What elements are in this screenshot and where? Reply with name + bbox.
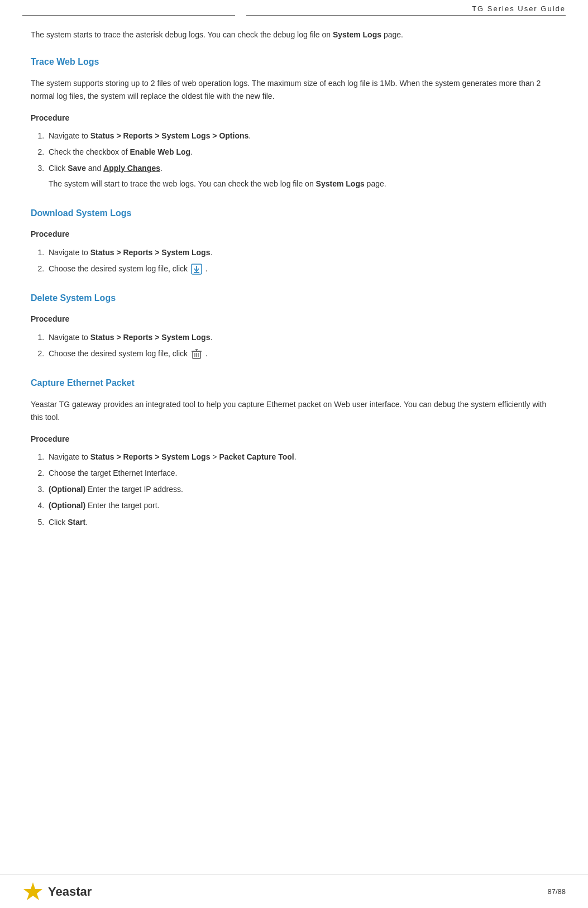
trace-web-logs-steps: Navigate to Status > Reports > System Lo… (46, 130, 557, 190)
sub-bold: System Logs (316, 179, 365, 188)
svg-marker-10 (23, 882, 42, 900)
step-text: Navigate to (49, 333, 90, 342)
step-and: and (86, 164, 103, 173)
section-download-system-logs: Download System Logs Procedure Navigate … (31, 206, 557, 275)
header-rule-left (22, 15, 235, 16)
step-nav-bold: Status > Reports > System Logs (90, 248, 211, 257)
intro-paragraph: The system starts to trace the asterisk … (31, 28, 557, 41)
step-nav-bold: Status > Reports > System Logs > Options (90, 131, 249, 140)
capture-ethernet-steps: Navigate to Status > Reports > System Lo… (46, 451, 557, 528)
section-trace-web-logs: Trace Web Logs The system supports stori… (31, 55, 557, 190)
list-item: Navigate to Status > Reports > System Lo… (46, 451, 557, 463)
footer-logo-text: Yeastar (48, 885, 92, 899)
intro-bold-system-logs: System Logs (333, 30, 381, 39)
step-text: Click (49, 164, 68, 173)
step-period: . (210, 248, 212, 257)
step-text: Check the checkbox of (49, 147, 130, 156)
trash-icon (191, 348, 202, 360)
heading-trace-web-logs: Trace Web Logs (31, 55, 557, 69)
list-item: Navigate to Status > Reports > System Lo… (46, 130, 557, 142)
main-content: The system starts to trace the asterisk … (0, 17, 588, 589)
trace-web-logs-description: The system supports storing up to 2 file… (31, 77, 557, 103)
step-text: Choose the desired system log file, clic… (49, 264, 190, 273)
heading-download-system-logs: Download System Logs (31, 206, 557, 221)
step-text: Enter the target IP address. (85, 485, 183, 494)
step-bold-start: Start (68, 518, 85, 527)
list-item: Check the checkbox of Enable Web Log. (46, 146, 557, 159)
header-rule-middle (246, 15, 566, 16)
yeastar-logo-icon (22, 881, 44, 902)
step-bold-packet: Packet Capture Tool (219, 452, 294, 461)
step-text: Navigate to (49, 131, 90, 140)
step-text: Click (49, 518, 68, 527)
heading-delete-system-logs: Delete System Logs (31, 291, 557, 305)
list-item: Choose the desired system log file, clic… (46, 262, 557, 275)
step-bold: Enable Web Log (130, 147, 191, 156)
list-item: Navigate to Status > Reports > System Lo… (46, 331, 557, 344)
header: TG Series User Guide (0, 0, 588, 13)
download-logs-steps: Navigate to Status > Reports > System Lo… (46, 246, 557, 275)
step-text: Navigate to (49, 248, 90, 257)
intro-text-after: page. (381, 30, 403, 39)
step-period: . (160, 164, 162, 173)
header-title: TG Series User Guide (472, 4, 566, 13)
step-text-after: . (190, 147, 193, 156)
sub-text-after: page. (365, 179, 386, 188)
list-item: Choose the desired system log file, clic… (46, 347, 557, 360)
step-bold-apply: Apply Changes (103, 164, 160, 173)
capture-ethernet-description: Yeastar TG gateway provides an integrate… (31, 398, 557, 424)
list-item: Click Start. (46, 516, 557, 529)
procedure-label-4: Procedure (31, 433, 557, 445)
step-text-after: . (248, 131, 251, 140)
step-text-after: . (205, 349, 208, 358)
footer-page-number: 87/88 (547, 887, 566, 896)
step-text: Enter the target port. (85, 501, 159, 510)
step-text-after: . (205, 264, 208, 273)
sub-text-before: The system will start to trace the web l… (49, 179, 316, 188)
list-item: (Optional) Enter the target IP address. (46, 483, 557, 496)
section-delete-system-logs: Delete System Logs Procedure Navigate to… (31, 291, 557, 360)
step-text: Choose the desired system log file, clic… (49, 349, 190, 358)
footer: Yeastar 87/88 (0, 874, 588, 908)
heading-capture-ethernet-packet: Capture Ethernet Packet (31, 376, 557, 390)
procedure-label-1: Procedure (31, 112, 557, 124)
step-period: . (210, 333, 212, 342)
list-item: Click Save and Apply Changes. The system… (46, 162, 557, 190)
list-item: (Optional) Enter the target port. (46, 499, 557, 512)
step-optional-bold-2: (Optional) (49, 501, 85, 510)
procedure-label-2: Procedure (31, 228, 557, 240)
step-text: Navigate to (49, 452, 90, 461)
step-period: . (85, 518, 88, 527)
list-item: Choose the target Ethernet Interface. (46, 467, 557, 480)
footer-logo: Yeastar (22, 881, 92, 902)
step-text: Choose the target Ethernet Interface. (49, 469, 177, 477)
step-nav-bold: Status > Reports > System Logs (90, 333, 211, 342)
step-nav-bold: Status > Reports > System Logs (90, 452, 211, 461)
step-optional-bold: (Optional) (49, 485, 85, 494)
step-period: . (294, 452, 297, 461)
procedure-label-3: Procedure (31, 313, 557, 325)
step-bold-save: Save (68, 164, 86, 173)
intro-text: The system starts to trace the asterisk … (31, 30, 333, 39)
step-arrow: > (210, 452, 219, 461)
download-icon (191, 264, 202, 275)
delete-logs-steps: Navigate to Status > Reports > System Lo… (46, 331, 557, 360)
list-item: Navigate to Status > Reports > System Lo… (46, 246, 557, 259)
step-sub-text: The system will start to trace the web l… (49, 178, 557, 190)
section-capture-ethernet-packet: Capture Ethernet Packet Yeastar TG gatew… (31, 376, 557, 529)
